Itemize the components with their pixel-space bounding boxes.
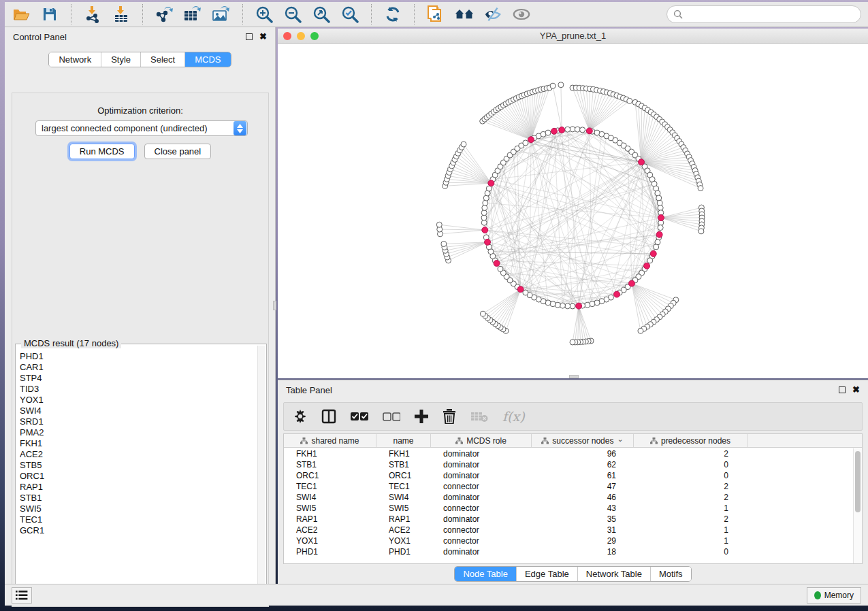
zoom-fit-icon[interactable] [312, 5, 331, 23]
show-columns-icon[interactable] [321, 407, 336, 426]
mcds-result-item[interactable]: TID3 [20, 384, 257, 395]
run-mcds-button[interactable]: Run MCDS [69, 144, 135, 159]
cell: 2 [634, 448, 748, 459]
export-network-icon[interactable] [155, 5, 174, 23]
deselect-all-icon[interactable] [383, 407, 400, 426]
mcds-panel: Optimization criterion: largest connecte… [12, 93, 269, 607]
mcds-result-item[interactable]: SWI5 [20, 503, 257, 514]
cell: dominator [431, 492, 532, 503]
import-network-icon[interactable] [83, 5, 102, 23]
cell: SWI5 [284, 503, 376, 514]
cell: 1 [634, 535, 748, 546]
table-row[interactable]: YOX1YOX1connector291 [284, 535, 853, 546]
mcds-result-item[interactable]: RAP1 [20, 482, 257, 493]
column-header-MCDS-role[interactable]: MCDS role [431, 434, 532, 447]
table-row[interactable]: RAP1RAP1dominator352 [284, 514, 853, 525]
mcds-result-item[interactable]: STP4 [20, 373, 257, 384]
table-row[interactable]: SWI4SWI4dominator462 [284, 492, 853, 503]
toolbar-separator [142, 4, 143, 24]
delete-columns-icon[interactable] [443, 407, 456, 426]
cell: 61 [532, 470, 634, 481]
close-panel-icon[interactable]: ✖ [259, 33, 267, 40]
memory-button[interactable]: Memory [807, 587, 861, 604]
mcds-result-item[interactable]: YOX1 [20, 395, 257, 406]
tree-icon [650, 437, 658, 444]
control-panel-header: Control Panel ✖ [5, 27, 275, 46]
table-row[interactable]: ORC1ORC1dominator610 [284, 470, 853, 481]
close-panel-icon[interactable]: ✖ [852, 386, 860, 393]
export-image-icon[interactable] [212, 5, 231, 23]
zoom-selected-icon[interactable] [340, 5, 359, 23]
network-canvas[interactable] [278, 44, 868, 378]
mcds-result-item[interactable]: ORC1 [20, 471, 257, 482]
delete-table-icon[interactable] [470, 407, 488, 426]
mcds-result-item[interactable]: GCR1 [20, 525, 257, 536]
overview-icon[interactable] [455, 5, 474, 23]
network-window-titlebar[interactable]: YPA_prune.txt_1 [278, 29, 868, 44]
tab-mcds[interactable]: MCDS [184, 52, 230, 67]
node-table: shared namenameMCDS rolesuccessor nodes⌄… [283, 433, 863, 564]
search-input[interactable] [687, 10, 854, 19]
cell: connector [431, 481, 532, 492]
mcds-result-item[interactable]: FKH1 [20, 438, 257, 449]
table-row[interactable]: TEC1TEC1connector472 [284, 481, 853, 492]
tab-network-table[interactable]: Network Table [577, 567, 650, 581]
add-column-icon[interactable] [415, 407, 428, 426]
mcds-result-item[interactable]: CAR1 [20, 362, 257, 373]
open-file-icon[interactable] [12, 5, 31, 23]
copy-network-icon[interactable] [426, 5, 445, 23]
float-panel-icon[interactable] [839, 386, 846, 393]
table-row[interactable]: STB1STB1dominator620 [284, 459, 853, 470]
float-panel-icon[interactable] [246, 33, 253, 40]
function-builder-icon[interactable]: f(x) [502, 407, 525, 426]
column-label: name [393, 436, 413, 446]
result-scrollbar[interactable] [257, 346, 265, 593]
table-options-icon[interactable] [293, 407, 307, 426]
table-scrollbar-thumb[interactable] [855, 451, 861, 512]
import-table-icon[interactable] [112, 5, 131, 23]
select-all-icon[interactable] [351, 407, 368, 426]
tab-node-table[interactable]: Node Table [455, 567, 516, 581]
close-panel-button[interactable]: Close panel [144, 144, 212, 159]
refresh-icon[interactable] [383, 5, 402, 23]
search-field[interactable] [666, 5, 861, 23]
zoom-in-icon[interactable] [255, 5, 274, 23]
mcds-result-item[interactable]: PMA2 [20, 427, 257, 438]
mcds-result-item[interactable]: STB5 [20, 460, 257, 471]
mcds-result-item[interactable]: STB1 [20, 493, 257, 503]
control-panel-title: Control Panel [13, 32, 67, 42]
column-header-name[interactable]: name [376, 434, 431, 447]
tab-select[interactable]: Select [140, 52, 184, 67]
mcds-result-item[interactable]: SWI4 [20, 406, 257, 416]
tab-style[interactable]: Style [101, 52, 140, 67]
table-row[interactable]: ACE2ACE2connector311 [284, 525, 853, 535]
zoom-out-icon[interactable] [283, 5, 302, 23]
list-icon [16, 591, 28, 600]
mcds-result-item[interactable]: SRD1 [20, 416, 257, 427]
table-row[interactable]: PHD1PHD1dominator180 [284, 546, 853, 557]
column-header-predecessor-nodes[interactable]: predecessor nodes [634, 434, 748, 447]
tab-edge-table[interactable]: Edge Table [516, 567, 577, 581]
table-row[interactable]: FKH1FKH1dominator962 [284, 448, 853, 459]
mcds-result-item[interactable]: PHD1 [20, 351, 257, 362]
export-table-icon[interactable] [183, 5, 202, 23]
column-header-shared-name[interactable]: shared name [284, 434, 376, 447]
table-row[interactable]: SWI5SWI5connector431 [284, 503, 853, 514]
mcds-result-list[interactable]: PHD1CAR1STP4TID3YOX1SWI4SRD1PMA2FKH1ACE2… [20, 351, 257, 593]
task-history-button[interactable] [12, 587, 32, 604]
tab-motifs[interactable]: Motifs [650, 567, 691, 581]
mcds-result-item[interactable]: TEC1 [20, 514, 257, 525]
hide-selected-icon[interactable] [483, 5, 502, 23]
cell: 2 [634, 481, 748, 492]
tab-network[interactable]: Network [49, 52, 101, 67]
show-all-icon[interactable] [512, 5, 531, 23]
mcds-result-item[interactable]: ACE2 [20, 449, 257, 460]
criterion-dropdown[interactable]: largest connected component (undirected) [35, 120, 248, 136]
column-header-successor-nodes[interactable]: successor nodes⌄ [532, 434, 634, 447]
table-scrollbar[interactable] [853, 448, 862, 563]
vertical-splitter-handle[interactable] [273, 301, 276, 310]
cell: 29 [532, 535, 634, 546]
cell: 96 [532, 448, 634, 459]
save-session-icon[interactable] [40, 5, 59, 23]
horizontal-splitter-handle[interactable] [569, 375, 579, 378]
